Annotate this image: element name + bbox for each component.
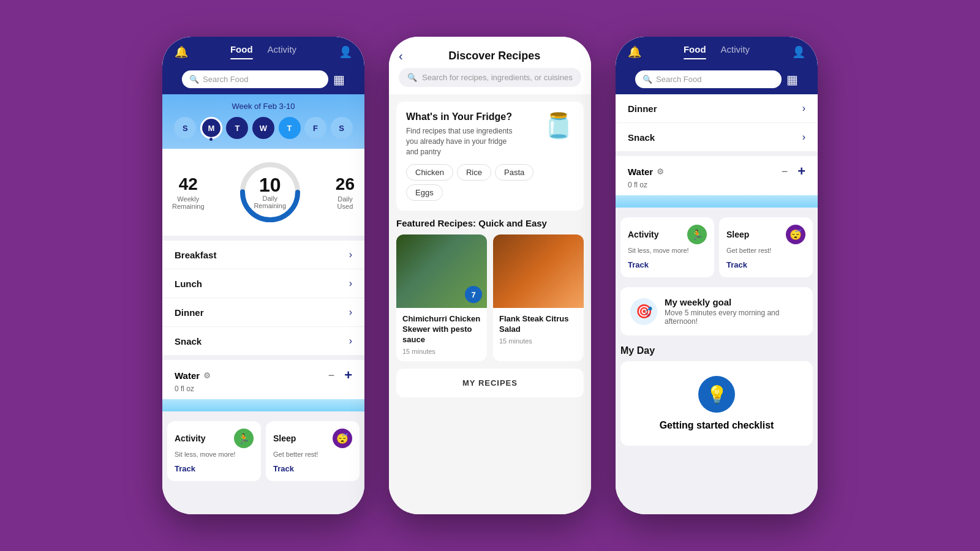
chip-chicken[interactable]: Chicken <box>406 164 453 181</box>
phone3-water-wave <box>616 195 818 208</box>
phone3-water-decrease-btn[interactable]: − <box>782 165 788 178</box>
sleep-title: Sleep <box>273 433 296 443</box>
phone3-activity-title: Activity <box>628 230 659 239</box>
water-increase-btn[interactable]: + <box>344 367 352 383</box>
barcode-icon-1[interactable]: ▦ <box>333 72 345 87</box>
discover-search-bar[interactable]: 🔍 Search for recipes, ingredients, or cu… <box>399 68 581 87</box>
phone3-water-settings-icon[interactable]: ⚙ <box>657 167 664 176</box>
phone3-activity-icon: 🏃 <box>687 225 707 244</box>
water-controls: − + <box>328 367 352 383</box>
day-circle-wed[interactable]: W <box>252 117 274 139</box>
phone3-header: 🔔 Food Activity 👤 🔍 Search Food ▦ <box>616 37 818 94</box>
weekly-remaining-number: 42 <box>172 174 205 194</box>
search-bar-3[interactable]: 🔍 Search Food <box>635 70 782 88</box>
phone-1: 🔔 Food Activity 👤 🔍 Search Food ▦ Week o… <box>162 37 364 514</box>
week-section: Week of Feb 3-10 S M T W T F S <box>162 94 364 149</box>
day-circle-tue[interactable]: T <box>226 117 248 139</box>
meal-lunch-label: Lunch <box>175 279 202 289</box>
barcode-icon-3[interactable]: ▦ <box>786 72 798 87</box>
phone2-body: What's in Your Fridge? Find recipes that… <box>389 94 591 514</box>
day-circle-sat[interactable]: S <box>331 117 353 139</box>
sleep-track-btn[interactable]: Track <box>273 464 294 473</box>
tab-food-3[interactable]: Food <box>684 44 706 59</box>
phone3-activity-card: Activity 🏃 Sit less, move more! Track <box>620 217 714 277</box>
daily-used-label: DailyUsed <box>336 195 355 210</box>
chip-rice[interactable]: Rice <box>457 164 491 181</box>
chip-pasta[interactable]: Pasta <box>495 164 533 181</box>
fridge-title: What's in Your Fridge? <box>406 111 543 122</box>
activity-track-btn[interactable]: Track <box>175 464 195 473</box>
meal-row-snack[interactable]: Snack › <box>162 327 364 355</box>
water-settings-icon[interactable]: ⚙ <box>203 371 211 380</box>
recipe-name-2: Flank Steak Citrus Salad <box>499 314 578 335</box>
sleep-desc: Get better rest! <box>273 451 352 458</box>
phone1-nav: Food Activity <box>230 44 296 59</box>
phone3-dinner-row[interactable]: Dinner › <box>616 94 818 123</box>
chevron-snack: › <box>349 335 352 347</box>
my-recipes-button[interactable]: MY RECIPES <box>396 369 584 397</box>
phone3-water-controls: − + <box>782 163 805 179</box>
day-circle-fri[interactable]: F <box>304 117 326 139</box>
checklist-card[interactable]: 💡 Getting started checklist <box>620 361 813 446</box>
recipe-cards: 7 Chimichurri Chicken Skewer with pesto … <box>396 234 584 361</box>
meal-snack-label: Snack <box>175 336 202 347</box>
phone3-sleep-icon: 😴 <box>786 225 805 244</box>
chevron-lunch: › <box>349 278 352 289</box>
phone1-search-row: 🔍 Search Food ▦ <box>175 64 352 94</box>
back-button[interactable]: ‹ <box>399 49 403 63</box>
day-circle-sun[interactable]: S <box>174 117 196 139</box>
fridge-card[interactable]: What's in Your Fridge? Find recipes that… <box>396 102 584 211</box>
week-title: Week of Feb 3-10 <box>172 102 355 111</box>
tab-activity-1[interactable]: Activity <box>268 44 297 59</box>
water-decrease-btn[interactable]: − <box>328 369 335 382</box>
weekly-goal-card: 🎯 My weekly goal Move 5 minutes every mo… <box>620 287 813 335</box>
recipe-card-1[interactable]: 7 Chimichurri Chicken Skewer with pesto … <box>396 234 487 361</box>
discover-title: Discover Recipes <box>408 50 581 62</box>
sleep-card-header: Sleep 😴 <box>273 429 352 448</box>
phone3-snack-row[interactable]: Snack › <box>616 123 818 151</box>
ingredient-chips: Chicken Rice Pasta Eggs <box>406 164 543 201</box>
phone3-activity-header: Activity 🏃 <box>628 225 707 244</box>
phone3-sleep-header: Sleep 😴 <box>726 225 805 244</box>
phone3-sleep-title: Sleep <box>726 230 749 239</box>
recipe-name-1: Chimichurri Chicken Skewer with pesto sa… <box>402 314 481 345</box>
meal-dinner-label: Dinner <box>175 307 204 318</box>
chip-eggs[interactable]: Eggs <box>406 184 443 201</box>
meal-row-dinner[interactable]: Dinner › <box>162 298 364 327</box>
chevron-dinner-3: › <box>802 103 805 114</box>
recipe-info-2: Flank Steak Citrus Salad 15 minutes <box>493 308 584 351</box>
tab-activity-3[interactable]: Activity <box>721 44 750 59</box>
day-circle-mon[interactable]: M <box>200 117 222 139</box>
recipe-image-2 <box>493 234 584 308</box>
phone3-body: Dinner › Snack › Water ⚙ − + 0 fl oz <box>616 94 818 514</box>
meal-row-lunch[interactable]: Lunch › <box>162 269 364 298</box>
my-day-section: My Day 💡 Getting started checklist <box>616 340 818 451</box>
phone3-nav: Food Activity <box>684 44 750 59</box>
phone3-activity-sleep-row: Activity 🏃 Sit less, move more! Track Sl… <box>616 212 818 282</box>
phone1-header: 🔔 Food Activity 👤 🔍 Search Food ▦ <box>162 37 364 94</box>
day-circle-thu[interactable]: T <box>279 117 301 139</box>
recipe-card-2[interactable]: Flank Steak Citrus Salad 15 minutes <box>493 234 584 361</box>
activity-card-header: Activity 🏃 <box>175 429 254 448</box>
meal-row-breakfast[interactable]: Breakfast › <box>162 241 364 269</box>
phone3-sleep-track-btn[interactable]: Track <box>726 260 747 269</box>
phone2-header: ‹ Discover Recipes 🔍 Search for recipes,… <box>389 37 591 94</box>
fridge-desc: Find recipes that use ingredients you al… <box>406 126 516 157</box>
water-section: Water ⚙ − + 0 fl oz <box>162 360 364 411</box>
recipe-badge-1: 7 <box>465 286 482 303</box>
tab-food-1[interactable]: Food <box>230 44 253 59</box>
sleep-card: Sleep 😴 Get better rest! Track <box>266 421 360 481</box>
search-bar-1[interactable]: 🔍 Search Food <box>182 70 328 88</box>
daily-donut: 10 DailyRemaining <box>236 159 304 226</box>
day-circles: S M T W T F S <box>172 117 355 139</box>
phone3-sleep-card: Sleep 😴 Get better rest! Track <box>719 217 813 277</box>
fridge-illustration: 🫙 <box>543 111 574 140</box>
recipe-info-1: Chimichurri Chicken Skewer with pesto sa… <box>396 308 487 361</box>
phone3-activity-track-btn[interactable]: Track <box>628 260 649 269</box>
activity-icon: 🏃 <box>234 429 254 448</box>
phone3-water-row-top: Water ⚙ − + <box>628 163 805 179</box>
phone3-water-increase-btn[interactable]: + <box>797 163 805 179</box>
water-row-top: Water ⚙ − + <box>175 367 352 383</box>
phone3-notch: 🔔 Food Activity 👤 <box>628 44 805 64</box>
meal-list: Breakfast › Lunch › Dinner › Snack › <box>162 241 364 355</box>
